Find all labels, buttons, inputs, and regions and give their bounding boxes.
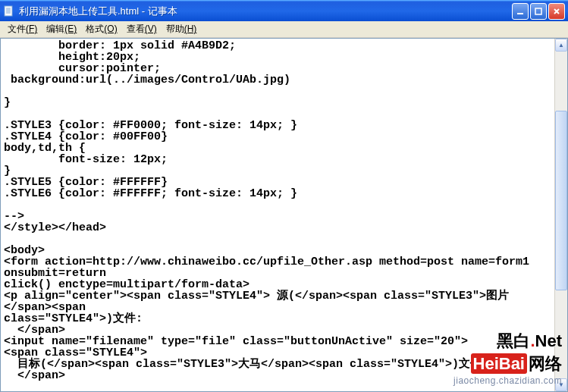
scroll-up-button[interactable]: ▲ <box>555 39 567 52</box>
svg-rect-6 <box>535 8 541 14</box>
scroll-down-button[interactable]: ▼ <box>555 378 567 391</box>
menu-format[interactable]: 格式(O) <box>81 21 121 37</box>
maximize-button[interactable] <box>530 3 547 20</box>
minimize-button[interactable] <box>512 3 529 20</box>
menu-view[interactable]: 查看(V) <box>122 21 162 37</box>
editor-content[interactable]: border: 1px solid #A4B9D2; height:20px; … <box>1 39 554 391</box>
app-icon <box>3 5 15 17</box>
scroll-track[interactable] <box>555 52 567 378</box>
editor-area: border: 1px solid #A4B9D2; height:20px; … <box>0 38 568 392</box>
close-button[interactable] <box>548 3 565 20</box>
svg-rect-5 <box>517 13 523 14</box>
menu-edit[interactable]: 编辑(E) <box>42 21 81 37</box>
menu-bar: 文件(F) 编辑(E) 格式(O) 查看(V) 帮助(H) <box>0 21 568 38</box>
window-title: 利用漏洞本地上传工具.html - 记事本 <box>19 5 512 18</box>
vertical-scrollbar[interactable]: ▲ ▼ <box>554 39 567 391</box>
title-bar: 利用漏洞本地上传工具.html - 记事本 <box>0 0 568 21</box>
scroll-thumb[interactable] <box>555 111 567 290</box>
window-controls <box>512 3 565 20</box>
menu-help[interactable]: 帮助(H) <box>162 21 202 37</box>
menu-file[interactable]: 文件(F) <box>3 21 42 37</box>
